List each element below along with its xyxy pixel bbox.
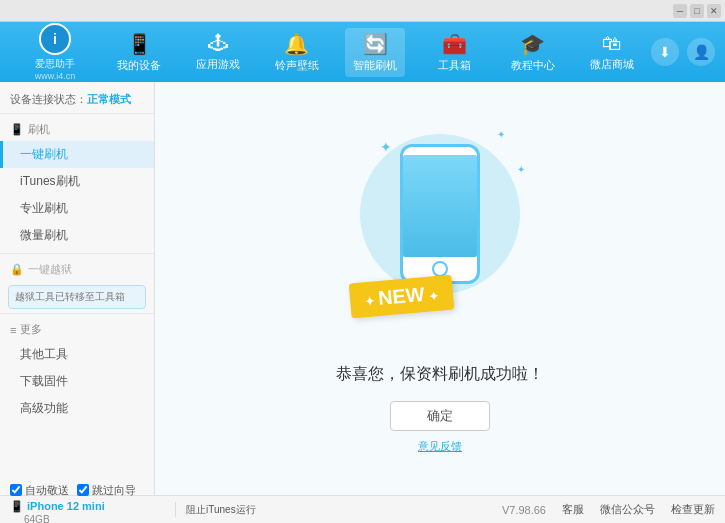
my-device-label: 我的设备 xyxy=(117,58,161,73)
sidebar-item-download-firmware[interactable]: 下载固件 xyxy=(0,368,154,395)
nav-right: ⬇ 👤 xyxy=(651,38,715,66)
minimize-button[interactable]: ─ xyxy=(673,4,687,18)
lock-icon: 🔒 xyxy=(10,263,24,276)
section-more: ≡ 更多 xyxy=(0,318,154,341)
more-section-label: 更多 xyxy=(20,322,42,337)
auto-release-input[interactable] xyxy=(10,484,22,496)
ringtones-icon: 🔔 xyxy=(284,32,309,56)
tutorials-icon: 🎓 xyxy=(520,32,545,56)
maximize-button[interactable]: □ xyxy=(690,4,704,18)
nav-my-device[interactable]: 📱 我的设备 xyxy=(109,28,169,77)
status-value: 正常模式 xyxy=(87,93,131,105)
logo-name: 爱思助手 www.i4.cn xyxy=(35,57,76,81)
download-button[interactable]: ⬇ xyxy=(651,38,679,66)
skip-wizard-input[interactable] xyxy=(77,484,89,496)
sparkle-2: ✦ xyxy=(497,129,505,140)
sparkle-3: ✦ xyxy=(517,164,525,175)
device-name: iPhone 12 mini xyxy=(27,500,105,512)
weidian-icon: 🛍 xyxy=(602,32,622,55)
skip-wizard-label: 跳过向导 xyxy=(92,483,136,498)
sidebar-item-one-click-flash[interactable]: 一键刷机 xyxy=(0,141,154,168)
nav-tutorials[interactable]: 🎓 教程中心 xyxy=(503,28,563,77)
flash-section-icon: 📱 xyxy=(10,123,24,136)
check-update-link[interactable]: 检查更新 xyxy=(671,502,715,517)
nav-items: 📱 我的设备 🕹 应用游戏 🔔 铃声壁纸 🔄 智能刷机 🧰 工具箱 🎓 教程中心… xyxy=(100,28,651,77)
more-section-icon: ≡ xyxy=(10,324,16,336)
user-button[interactable]: 👤 xyxy=(687,38,715,66)
status-label: 设备连接状态： xyxy=(10,93,87,105)
sidebar-item-itunes-flash[interactable]: iTunes刷机 xyxy=(0,168,154,195)
bottom-left: 自动敬送 跳过向导 📱 iPhone 12 mini 64GB Down-12m… xyxy=(10,483,165,524)
version-text: V7.98.66 xyxy=(502,504,546,516)
service-link[interactable]: 客服 xyxy=(562,502,584,517)
ringtones-label: 铃声壁纸 xyxy=(275,58,319,73)
logo-icon: i xyxy=(39,23,71,55)
jailbreak-label: 一键越狱 xyxy=(28,262,72,277)
toolbox-label: 工具箱 xyxy=(438,58,471,73)
auto-release-label: 自动敬送 xyxy=(25,483,69,498)
tutorials-label: 教程中心 xyxy=(511,58,555,73)
sidebar-item-pro-flash[interactable]: 专业刷机 xyxy=(0,195,154,222)
bottom-right: V7.98.66 客服 微信公众号 检查更新 xyxy=(502,502,715,517)
sidebar: 设备连接状态：正常模式 📱 刷机 一键刷机 iTunes刷机 专业刷机 微量刷机… xyxy=(0,82,155,495)
logo-area: i 爱思助手 www.i4.cn xyxy=(10,23,100,81)
toolbox-icon: 🧰 xyxy=(442,32,467,56)
device-status: 设备连接状态：正常模式 xyxy=(0,88,154,114)
auto-release-checkbox[interactable]: 自动敬送 xyxy=(10,483,69,498)
success-message: 恭喜您，保资料刷机成功啦！ xyxy=(336,364,544,385)
flash-section-label: 刷机 xyxy=(28,122,50,137)
new-badge: NEW xyxy=(349,274,454,318)
section-jailbreak-disabled: 🔒 一键越狱 xyxy=(0,258,154,281)
nav-weidian[interactable]: 🛍 微店商城 xyxy=(582,28,642,76)
weidian-label: 微店商城 xyxy=(590,57,634,72)
section-flash: 📱 刷机 xyxy=(0,118,154,141)
close-button[interactable]: ✕ xyxy=(707,4,721,18)
smart-flash-icon: 🔄 xyxy=(363,32,388,56)
confirm-button[interactable]: 确定 xyxy=(390,401,490,431)
wechat-link[interactable]: 微信公众号 xyxy=(600,502,655,517)
top-navigation: i 爱思助手 www.i4.cn 📱 我的设备 🕹 应用游戏 🔔 铃声壁纸 🔄 … xyxy=(0,22,725,82)
nav-toolbox[interactable]: 🧰 工具箱 xyxy=(424,28,484,77)
main-layout: 设备连接状态：正常模式 📱 刷机 一键刷机 iTunes刷机 专业刷机 微量刷机… xyxy=(0,82,725,495)
device-storage: 64GB xyxy=(24,514,50,524)
nav-smart-flash[interactable]: 🔄 智能刷机 xyxy=(345,28,405,77)
nav-ringtones[interactable]: 🔔 铃声壁纸 xyxy=(267,28,327,77)
divider-1 xyxy=(0,253,154,254)
sparkle-1: ✦ xyxy=(380,139,392,155)
phone-illustration: ✦ ✦ ✦ NEW xyxy=(340,124,540,344)
sidebar-item-micro-flash[interactable]: 微量刷机 xyxy=(0,222,154,249)
feedback-link[interactable]: 意见反馈 xyxy=(418,439,462,454)
phone-body xyxy=(400,144,480,284)
smart-flash-label: 智能刷机 xyxy=(353,58,397,73)
apps-label: 应用游戏 xyxy=(196,57,240,72)
nav-apps-games[interactable]: 🕹 应用游戏 xyxy=(188,28,248,76)
device-info: 📱 iPhone 12 mini 64GB Down-12mini-13,1 xyxy=(10,500,136,524)
sidebar-item-other-tools[interactable]: 其他工具 xyxy=(0,341,154,368)
jailbreak-notice: 越狱工具已转移至工具箱 xyxy=(8,285,146,309)
stop-itunes-button[interactable]: 阻止iTunes运行 xyxy=(186,503,256,517)
bottom-bar: 自动敬送 跳过向导 📱 iPhone 12 mini 64GB Down-12m… xyxy=(0,495,725,523)
skip-wizard-checkbox[interactable]: 跳过向导 xyxy=(77,483,136,498)
device-icon: 📱 xyxy=(10,500,24,512)
apps-icon: 🕹 xyxy=(208,32,228,55)
my-device-icon: 📱 xyxy=(127,32,152,56)
phone-screen xyxy=(403,155,477,257)
main-content: ✦ ✦ ✦ NEW 恭喜您，保资料刷机成功啦！ 确定 意见反馈 xyxy=(155,82,725,495)
sidebar-item-advanced[interactable]: 高级功能 xyxy=(0,395,154,422)
titlebar: ─ □ ✕ xyxy=(0,0,725,22)
divider-2 xyxy=(0,313,154,314)
